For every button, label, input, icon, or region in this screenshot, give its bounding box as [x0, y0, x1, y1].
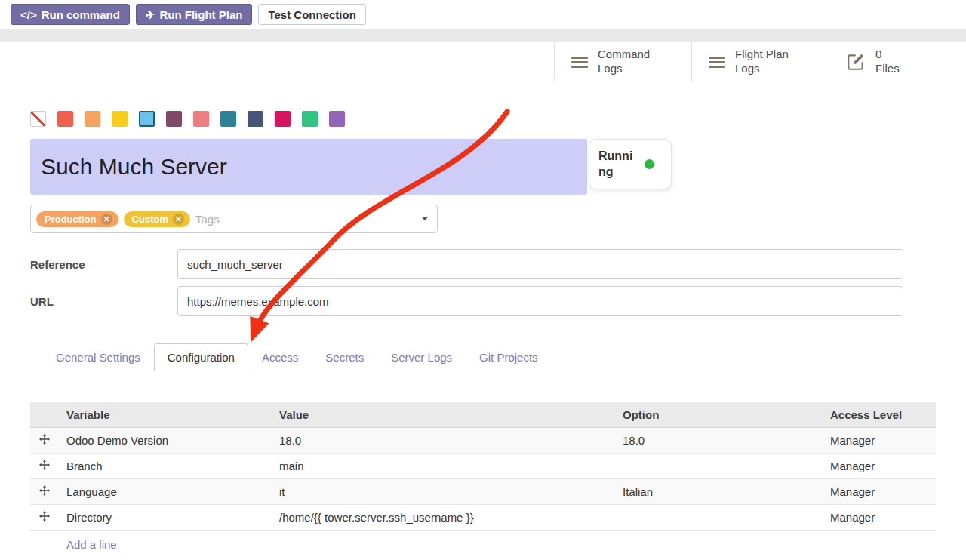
status-label: Running — [598, 149, 638, 180]
drag-handle-icon[interactable] — [30, 479, 59, 505]
cell-variable[interactable]: Directory — [59, 505, 272, 531]
menu-icon — [709, 57, 725, 68]
reference-label: Reference — [30, 258, 177, 271]
cell-access[interactable]: Manager — [823, 505, 936, 531]
table-header-value: Value — [272, 402, 615, 428]
color-swatch-purple[interactable] — [329, 111, 345, 127]
stat-button-command-logs[interactable]: Command Logs — [554, 42, 691, 82]
form-header: Command Logs Flight Plan Logs 0 Files — [0, 42, 966, 82]
reference-input[interactable] — [177, 249, 903, 279]
tab-configuration[interactable]: Configuration — [154, 343, 248, 371]
edit-icon — [846, 52, 866, 72]
config-table: Variable Value Option Access Level Odoo … — [30, 402, 936, 531]
tab-secrets[interactable]: Secrets — [312, 343, 377, 371]
url-label: URL — [30, 295, 177, 308]
stat-button-flight-plan-logs[interactable]: Flight Plan Logs — [691, 42, 829, 82]
code-icon: </> — [20, 9, 37, 20]
stat-label-line2: Logs — [598, 62, 650, 76]
color-swatch-salmon[interactable] — [193, 111, 209, 127]
stat-label-line2: Logs — [735, 62, 789, 76]
tag-label: Custom — [132, 214, 168, 225]
paper-plane-icon: ✈ — [145, 8, 156, 21]
tag-remove-icon[interactable]: ✕ — [173, 214, 184, 225]
add-line-row: Add a line — [30, 531, 936, 560]
cell-access[interactable]: Manager — [823, 479, 936, 505]
tag-label: Production — [45, 214, 97, 225]
stat-label-line1: Command — [598, 48, 650, 62]
url-input[interactable] — [177, 286, 903, 316]
tag-pill: Production ✕ — [36, 211, 118, 227]
cell-option[interactable] — [615, 454, 823, 479]
cell-access[interactable]: Manager — [823, 454, 936, 479]
tags-input[interactable]: Production ✕ Custom ✕ Tags — [30, 205, 438, 233]
tab-git-projects[interactable]: Git Projects — [466, 343, 552, 371]
table-header-access: Access Level — [823, 402, 936, 428]
cell-value[interactable]: it — [272, 479, 615, 505]
table-header-row: Variable Value Option Access Level — [30, 402, 936, 428]
test-connection-label: Test Connection — [268, 9, 355, 20]
color-swatch-dark-purple[interactable] — [166, 111, 182, 127]
color-swatch-yellow[interactable] — [112, 111, 128, 127]
top-toolbar: </> Run command ✈ Run Flight Plan Test C… — [0, 0, 966, 29]
add-a-line-link[interactable]: Add a line — [66, 538, 117, 551]
table-row[interactable]: Directory /home/{{ tower.server.ssh_user… — [30, 505, 936, 531]
run-command-button[interactable]: </> Run command — [11, 4, 130, 25]
color-swatch-fuchsia[interactable] — [275, 111, 291, 127]
table-row[interactable]: Odoo Demo Version 18.0 18.0 Manager — [30, 428, 936, 454]
cell-variable[interactable]: Odoo Demo Version — [59, 428, 272, 454]
drag-handle-icon[interactable] — [30, 454, 59, 479]
cell-option[interactable]: 18.0 — [615, 428, 823, 454]
table-header-handle — [30, 402, 59, 428]
stat-label-line2: Files — [875, 62, 900, 76]
color-swatch-dark-blue[interactable] — [248, 111, 263, 127]
run-flight-plan-button[interactable]: ✈ Run Flight Plan — [136, 4, 253, 25]
test-connection-button[interactable]: Test Connection — [258, 4, 365, 25]
cell-option[interactable]: Italian — [615, 479, 823, 505]
cell-value[interactable]: /home/{{ tower.server.ssh_username }} — [272, 505, 615, 531]
color-swatch-red[interactable] — [57, 111, 73, 127]
tag-remove-icon[interactable]: ✕ — [101, 214, 112, 225]
status-dot — [645, 159, 654, 169]
tab-general-settings[interactable]: General Settings — [42, 343, 154, 371]
tag-pill: Custom ✕ — [124, 211, 190, 227]
table-row[interactable]: Language it Italian Manager — [30, 479, 936, 505]
stat-button-files[interactable]: 0 Files — [829, 42, 966, 82]
color-palette — [30, 111, 936, 127]
drag-handle-icon[interactable] — [30, 428, 59, 454]
color-swatch-none[interactable] — [30, 111, 46, 127]
table-row[interactable]: Branch main Manager — [30, 454, 936, 479]
stat-label-line1: Flight Plan — [735, 48, 789, 62]
status-button[interactable]: Running — [589, 139, 672, 189]
cell-value[interactable]: 18.0 — [272, 428, 615, 454]
run-flight-plan-label: Run Flight Plan — [159, 9, 242, 20]
color-swatch-orange[interactable] — [85, 111, 100, 127]
color-swatch-teal[interactable] — [220, 111, 236, 127]
tags-placeholder: Tags — [195, 213, 220, 226]
tab-bar: General Settings Configuration Access Se… — [30, 343, 936, 371]
form-sheet: Such Much Server Running Production ✕ Cu… — [0, 111, 966, 560]
cell-access[interactable]: Manager — [823, 428, 936, 454]
table-header-option: Option — [615, 402, 823, 428]
stat-label-line1: 0 — [875, 48, 900, 62]
drag-handle-icon[interactable] — [30, 505, 59, 531]
menu-icon — [571, 57, 588, 68]
tab-access[interactable]: Access — [248, 343, 312, 371]
tab-server-logs[interactable]: Server Logs — [377, 343, 466, 371]
cell-variable[interactable]: Branch — [59, 454, 272, 479]
cell-option[interactable] — [615, 505, 823, 531]
cell-variable[interactable]: Language — [59, 479, 272, 505]
run-command-label: Run command — [42, 9, 120, 20]
color-swatch-light-blue[interactable] — [139, 111, 155, 127]
cell-value[interactable]: main — [272, 454, 615, 479]
server-name-input[interactable]: Such Much Server — [30, 139, 587, 195]
color-swatch-green[interactable] — [302, 111, 318, 127]
table-header-variable: Variable — [59, 402, 272, 428]
chevron-down-icon[interactable] — [422, 217, 428, 221]
separator-band — [0, 29, 966, 42]
